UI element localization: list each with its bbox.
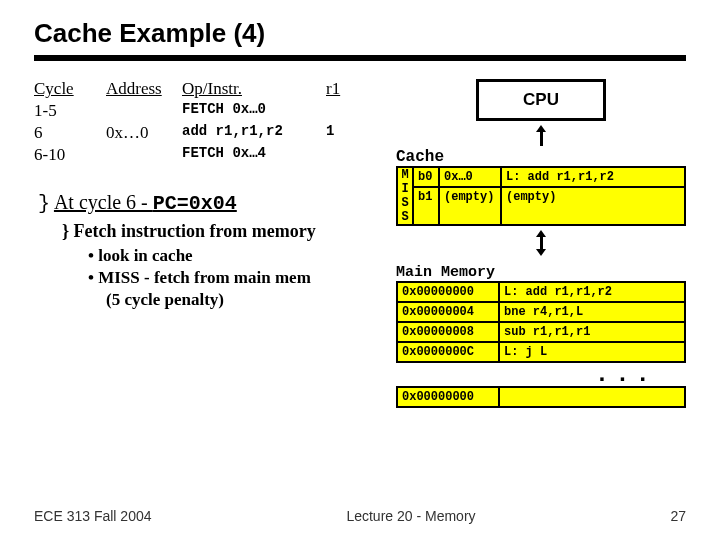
bullet-sub2c: (5 cycle penalty) (106, 290, 370, 310)
mm-addr: 0x0000000C (398, 343, 500, 361)
tr-addr (106, 145, 168, 165)
th-address: Address (106, 79, 168, 99)
tr-cycle: 6 (34, 123, 92, 143)
miss-letter: M (398, 168, 412, 182)
mm-addr: 0x00000004 (398, 303, 500, 321)
title-rule (34, 55, 686, 61)
cache-instr: L: add r1,r1,r2 (502, 168, 684, 188)
cache-blk: b0 (414, 168, 438, 188)
footer: ECE 313 Fall 2004 Lecture 20 - Memory 27 (34, 508, 686, 524)
cache-table: M I S S b0 b1 0x…0 (empty) L: add r1,r (396, 166, 686, 226)
trace-table: Cycle Address Op/Instr. r1 1-5 FETCH 0x…… (34, 79, 370, 165)
th-r1: r1 (326, 79, 356, 99)
mm-instr: bne r4,r1,L (500, 303, 684, 321)
tr-addr (106, 101, 168, 121)
mm-addr: 0x00000000 (398, 283, 500, 301)
bullet-block: } At cycle 6 - PC=0x04 } Fetch instructi… (34, 191, 370, 310)
arrow-up-icon (536, 230, 546, 237)
cpu-box: CPU (476, 79, 606, 121)
footer-right: 27 (670, 508, 686, 524)
page-title: Cache Example (4) (34, 18, 686, 49)
tr-r1 (326, 145, 356, 165)
miss-letter: S (398, 196, 412, 210)
arrow-down-icon (536, 249, 546, 256)
mm-addr: 0x00000008 (398, 323, 500, 341)
mm-instr: L: j L (500, 343, 684, 361)
bullet-sub2a: • look in cache (88, 246, 370, 266)
cache-blk: b1 (414, 188, 438, 206)
main-memory-label: Main Memory (396, 264, 686, 281)
bus-line (540, 237, 543, 249)
tr-op: add r1,r1,r2 (182, 123, 312, 143)
cache-addr: 0x…0 (440, 168, 500, 188)
mm-instr: sub r1,r1,r1 (500, 323, 684, 341)
tr-r1: 1 (326, 123, 356, 143)
cache-instr: (empty) (502, 188, 684, 206)
miss-letter: I (398, 182, 412, 196)
bus-line (540, 132, 543, 146)
mm-instr (500, 388, 684, 406)
ellipsis-icon: ... (396, 361, 686, 388)
tr-addr: 0x…0 (106, 123, 168, 143)
bullet-main-pc: PC=0x04 (153, 192, 237, 215)
bullet-sub2b: • MISS - fetch from main mem (88, 268, 370, 288)
arrow-up-icon (536, 125, 546, 132)
tr-r1 (326, 101, 356, 121)
tr-op: FETCH 0x…0 (182, 101, 312, 121)
mm-addr: 0x00000000 (398, 388, 500, 406)
mm-instr: L: add r1,r1,r2 (500, 283, 684, 301)
cache-addr: (empty) (440, 188, 500, 206)
th-op: Op/Instr. (182, 79, 312, 99)
tr-cycle: 6-10 (34, 145, 92, 165)
footer-left: ECE 313 Fall 2004 (34, 508, 152, 524)
main-memory-table: 0x00000000 L: add r1,r1,r2 0x00000004 bn… (396, 281, 686, 363)
cache-label: Cache (396, 148, 686, 166)
brace-icon: } (38, 192, 50, 215)
tr-op: FETCH 0x…4 (182, 145, 312, 165)
miss-letter: S (398, 210, 412, 224)
tr-cycle: 1-5 (34, 101, 92, 121)
bullet-main-pre: At cycle 6 - (54, 191, 153, 213)
th-cycle: Cycle (34, 79, 92, 99)
brace-icon: } (62, 221, 69, 241)
bullet-sub1: Fetch instruction from memory (74, 221, 316, 241)
footer-center: Lecture 20 - Memory (346, 508, 475, 524)
